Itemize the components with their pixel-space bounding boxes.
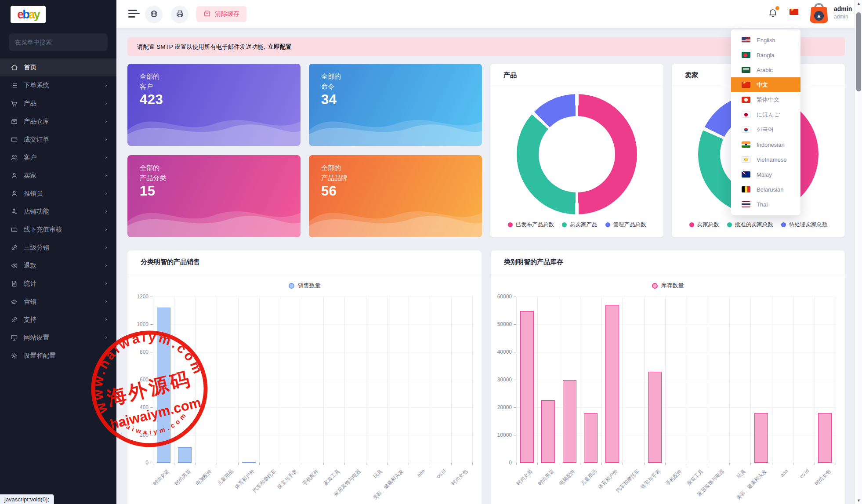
sidebar-item-label: 统计 xyxy=(24,279,103,288)
chart-legend[interactable]: 销售数量 xyxy=(289,282,321,290)
language-label: Thai xyxy=(757,201,768,208)
bar-体育和户外[interactable] xyxy=(605,305,619,463)
sidebar-item-label: 卖家 xyxy=(24,171,103,180)
scrollbar-thumb[interactable] xyxy=(856,12,861,91)
language-option-中文[interactable]: 中文 xyxy=(731,77,800,92)
sidebar-item-5[interactable]: 客户 xyxy=(0,149,116,167)
sidebar-item-14[interactable]: 支持 xyxy=(0,311,116,329)
donut-legend: 卖家总数批准的卖家总数待处理卖家总数 xyxy=(672,221,845,228)
statistics-icon xyxy=(11,280,18,287)
sidebar-item-16[interactable]: 设置和配置 xyxy=(0,347,116,365)
sidebar-item-7[interactable]: 推销员 xyxy=(0,185,116,203)
recharge-audit-icon xyxy=(11,226,18,233)
bar-时尚女装[interactable] xyxy=(520,311,534,463)
legend-item[interactable]: 批准的卖家总数 xyxy=(727,221,774,228)
bar-时尚男装[interactable] xyxy=(178,447,192,463)
stat-prefix: 全部的 xyxy=(140,164,159,172)
legend-item[interactable]: 已发布产品总数 xyxy=(508,221,554,228)
user-avatar[interactable]: ▲ xyxy=(810,3,828,24)
sidebar-item-home[interactable]: 首页 xyxy=(0,58,116,76)
bar-珠宝与手表[interactable] xyxy=(648,372,662,463)
settings-icon xyxy=(11,352,18,359)
bar-时尚女包[interactable] xyxy=(818,413,832,463)
configure-now-link[interactable]: 立即配置 xyxy=(268,43,292,51)
sidebar-item-label: 三级分销 xyxy=(24,243,103,252)
wave-decoration xyxy=(309,195,482,237)
bar-时尚女装[interactable] xyxy=(157,308,170,463)
language-flag-button[interactable] xyxy=(790,9,798,15)
sidebar-item-6[interactable]: 卖家 xyxy=(0,167,116,185)
language-option-Belarusian[interactable]: Belarusian xyxy=(731,182,800,197)
seller-icon xyxy=(11,172,18,179)
flag-hk-icon xyxy=(742,97,750,103)
stat-prefix: 全部的 xyxy=(321,164,341,172)
sidebar-item-15[interactable]: 网站设置 xyxy=(0,329,116,347)
stat-card-1: 全部的命令34 xyxy=(309,64,482,146)
language-option-Thai[interactable]: Thai xyxy=(731,197,800,212)
stat-card-3: 全部的产品品牌56 xyxy=(309,155,482,237)
chevron-right-icon xyxy=(103,298,109,306)
legend-dot-icon xyxy=(562,222,567,227)
language-option-Bangla[interactable]: Bangla xyxy=(731,47,800,62)
scroll-up-icon[interactable]: ▲ xyxy=(855,0,862,7)
sidebar-item-9[interactable]: 线下充值审核 xyxy=(0,221,116,239)
sidebar-item-label: 设置和配置 xyxy=(24,352,109,360)
chevron-right-icon xyxy=(103,316,109,324)
chevron-right-icon xyxy=(103,190,109,198)
sidebar-item-2[interactable]: 产品 xyxy=(0,94,116,112)
language-option-にほんご[interactable]: にほんご xyxy=(731,107,800,122)
menu-search-input[interactable] xyxy=(9,33,108,51)
print-button[interactable] xyxy=(171,6,188,23)
sidebar-item-10[interactable]: 三级分销 xyxy=(0,239,116,257)
page-scrollbar[interactable]: ▲ ▼ xyxy=(855,0,862,504)
notifications-button[interactable] xyxy=(768,7,780,20)
sidebar-item-label: 客户 xyxy=(24,153,103,162)
menu-toggle-icon[interactable] xyxy=(128,10,141,20)
support-icon xyxy=(11,316,18,323)
sidebar-menu: 首页下单系统产品产品仓库成交订单客户卖家推销员店铺功能线下充值审核三级分销退款统… xyxy=(0,58,116,365)
legend-item[interactable]: 卖家总数 xyxy=(689,221,719,228)
legend-item[interactable]: 待处理卖家总数 xyxy=(781,221,828,228)
language-option-Arabic[interactable]: Arabic xyxy=(731,62,800,77)
globe-button[interactable] xyxy=(145,6,163,23)
ebay-logo[interactable]: ebay xyxy=(11,6,46,23)
sidebar-item-8[interactable]: 店铺功能 xyxy=(0,203,116,221)
language-option-Malay[interactable]: Malay xyxy=(731,167,800,182)
language-option-한국어[interactable]: 한국어 xyxy=(731,122,800,137)
sidebar-item-1[interactable]: 下单系统 xyxy=(0,76,116,94)
y-axis-tick-label: 10000 xyxy=(492,432,512,438)
bar-时尚男装[interactable] xyxy=(541,400,555,463)
flag-my-icon xyxy=(742,171,750,178)
legend-dot-icon xyxy=(605,222,610,227)
sidebar-item-11[interactable]: 退款 xyxy=(0,257,116,275)
y-axis-tick-label: 50000 xyxy=(492,321,512,327)
sidebar-item-4[interactable]: 成交订单 xyxy=(0,131,116,149)
legend-item[interactable]: 总卖家产品 xyxy=(562,221,598,228)
bar-电脑配件[interactable] xyxy=(563,380,576,463)
sidebar-item-3[interactable]: 产品仓库 xyxy=(0,112,116,131)
language-option-Vietnamese[interactable]: Vietnamese xyxy=(731,152,800,167)
y-axis-tick-label: 40000 xyxy=(492,349,512,355)
stat-card-0: 全部的客户423 xyxy=(127,64,301,146)
cache-box-icon xyxy=(203,10,211,18)
category-stock-chart-card: 类别明智的产品库存 库存数量60000500004000030000200001… xyxy=(491,250,845,504)
legend-circle-icon xyxy=(289,283,294,289)
salesman-icon xyxy=(11,190,18,197)
legend-item[interactable]: 管理产品总数 xyxy=(605,221,646,228)
sidebar-item-label: 线下充值审核 xyxy=(24,225,103,234)
category-sales-chart-card: 分类明智的产品销售 销售数量120010008006004002000时尚女装时… xyxy=(127,250,482,504)
scroll-down-icon[interactable]: ▼ xyxy=(855,497,862,504)
language-option-繁体中文[interactable]: 繁体中文 xyxy=(731,92,800,107)
clear-cache-button[interactable]: 清除缓存 xyxy=(196,6,246,22)
chart-legend[interactable]: 库存数量 xyxy=(652,282,684,290)
language-label: Vietnamese xyxy=(757,156,786,163)
stat-value: 34 xyxy=(321,92,337,108)
sidebar-item-12[interactable]: 统计 xyxy=(0,275,116,293)
bar-体育和户外[interactable] xyxy=(242,462,256,463)
bar-儿童用品[interactable] xyxy=(584,413,598,463)
language-option-English[interactable]: English xyxy=(731,33,800,47)
bar-美容、健康和头发[interactable] xyxy=(754,413,768,463)
logo-letter: b xyxy=(22,9,29,21)
sidebar-item-13[interactable]: 营销 xyxy=(0,293,116,311)
language-option-Indonesian[interactable]: Indonesian xyxy=(731,137,800,152)
